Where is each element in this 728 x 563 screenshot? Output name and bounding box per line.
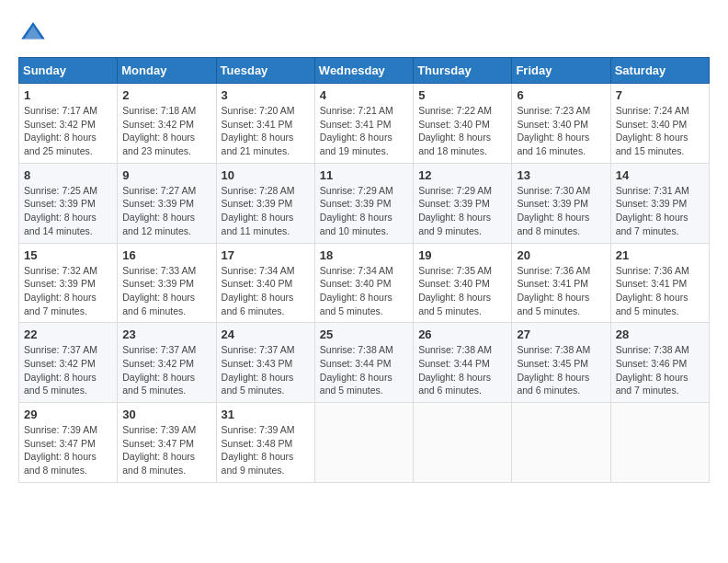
day-info: Sunrise: 7:18 AM Sunset: 3:42 PM Dayligh… [122, 104, 210, 158]
day-of-week-header: Sunday [19, 58, 118, 84]
calendar-cell: 21 Sunrise: 7:36 AM Sunset: 3:41 PM Dayl… [610, 243, 709, 323]
calendar-cell: 18 Sunrise: 7:34 AM Sunset: 3:40 PM Dayl… [314, 243, 413, 323]
calendar-cell: 23 Sunrise: 7:37 AM Sunset: 3:42 PM Dayl… [118, 323, 216, 403]
calendar-cell: 26 Sunrise: 7:38 AM Sunset: 3:44 PM Dayl… [414, 323, 512, 403]
page-header [18, 18, 710, 48]
day-number: 30 [122, 408, 210, 421]
calendar-week-row: 22 Sunrise: 7:37 AM Sunset: 3:42 PM Dayl… [19, 323, 710, 403]
calendar-cell [414, 403, 512, 483]
calendar-cell: 15 Sunrise: 7:32 AM Sunset: 3:39 PM Dayl… [19, 243, 118, 323]
day-info: Sunrise: 7:39 AM Sunset: 3:47 PM Dayligh… [122, 423, 210, 477]
day-info: Sunrise: 7:28 AM Sunset: 3:39 PM Dayligh… [222, 184, 310, 238]
day-of-week-header: Saturday [610, 58, 709, 84]
calendar-cell: 20 Sunrise: 7:36 AM Sunset: 3:41 PM Dayl… [512, 243, 610, 323]
day-number: 7 [616, 88, 704, 102]
day-info: Sunrise: 7:17 AM Sunset: 3:42 PM Dayligh… [24, 104, 112, 158]
day-number: 31 [222, 408, 310, 421]
day-number: 6 [517, 88, 605, 102]
calendar-cell: 8 Sunrise: 7:25 AM Sunset: 3:39 PM Dayli… [19, 163, 118, 243]
day-info: Sunrise: 7:29 AM Sunset: 3:39 PM Dayligh… [320, 184, 408, 238]
calendar-cell: 10 Sunrise: 7:28 AM Sunset: 3:39 PM Dayl… [216, 163, 314, 243]
calendar-cell [610, 403, 709, 483]
calendar-cell: 11 Sunrise: 7:29 AM Sunset: 3:39 PM Dayl… [314, 163, 413, 243]
day-number: 25 [320, 327, 408, 341]
calendar-cell: 25 Sunrise: 7:38 AM Sunset: 3:44 PM Dayl… [314, 323, 413, 403]
day-number: 3 [222, 88, 310, 102]
day-info: Sunrise: 7:36 AM Sunset: 3:41 PM Dayligh… [616, 264, 704, 318]
calendar-cell: 1 Sunrise: 7:17 AM Sunset: 3:42 PM Dayli… [19, 84, 118, 164]
day-info: Sunrise: 7:27 AM Sunset: 3:39 PM Dayligh… [122, 184, 210, 238]
day-info: Sunrise: 7:22 AM Sunset: 3:40 PM Dayligh… [418, 104, 506, 158]
day-number: 14 [616, 168, 704, 182]
calendar-cell: 12 Sunrise: 7:29 AM Sunset: 3:39 PM Dayl… [414, 163, 512, 243]
calendar-cell: 13 Sunrise: 7:30 AM Sunset: 3:39 PM Dayl… [512, 163, 610, 243]
day-info: Sunrise: 7:20 AM Sunset: 3:41 PM Dayligh… [222, 104, 310, 158]
day-number: 22 [24, 327, 112, 341]
calendar-cell: 22 Sunrise: 7:37 AM Sunset: 3:42 PM Dayl… [19, 323, 118, 403]
day-info: Sunrise: 7:25 AM Sunset: 3:39 PM Dayligh… [24, 184, 112, 238]
calendar-cell: 27 Sunrise: 7:38 AM Sunset: 3:45 PM Dayl… [512, 323, 610, 403]
calendar-cell: 16 Sunrise: 7:33 AM Sunset: 3:39 PM Dayl… [118, 243, 216, 323]
day-number: 24 [222, 327, 310, 341]
calendar-cell: 17 Sunrise: 7:34 AM Sunset: 3:40 PM Dayl… [216, 243, 314, 323]
logo-icon [18, 18, 48, 48]
day-of-week-header: Friday [512, 58, 610, 84]
day-info: Sunrise: 7:39 AM Sunset: 3:47 PM Dayligh… [24, 423, 112, 477]
day-info: Sunrise: 7:24 AM Sunset: 3:40 PM Dayligh… [616, 104, 704, 158]
day-of-week-header: Monday [118, 58, 216, 84]
day-number: 21 [616, 248, 704, 262]
day-number: 5 [418, 88, 506, 102]
day-of-week-header: Wednesday [314, 58, 413, 84]
day-info: Sunrise: 7:33 AM Sunset: 3:39 PM Dayligh… [122, 264, 210, 318]
calendar-cell: 31 Sunrise: 7:39 AM Sunset: 3:48 PM Dayl… [216, 403, 314, 483]
day-number: 27 [517, 327, 605, 341]
calendar-cell: 29 Sunrise: 7:39 AM Sunset: 3:47 PM Dayl… [19, 403, 118, 483]
day-info: Sunrise: 7:38 AM Sunset: 3:45 PM Dayligh… [517, 343, 605, 397]
calendar-cell: 3 Sunrise: 7:20 AM Sunset: 3:41 PM Dayli… [216, 84, 314, 164]
day-info: Sunrise: 7:35 AM Sunset: 3:40 PM Dayligh… [418, 264, 506, 318]
day-info: Sunrise: 7:36 AM Sunset: 3:41 PM Dayligh… [517, 264, 605, 318]
day-number: 17 [222, 248, 310, 262]
day-info: Sunrise: 7:23 AM Sunset: 3:40 PM Dayligh… [517, 104, 605, 158]
day-number: 16 [122, 248, 210, 262]
day-info: Sunrise: 7:37 AM Sunset: 3:43 PM Dayligh… [222, 343, 310, 397]
calendar-cell [512, 403, 610, 483]
calendar-cell: 6 Sunrise: 7:23 AM Sunset: 3:40 PM Dayli… [512, 84, 610, 164]
day-of-week-header: Tuesday [216, 58, 314, 84]
day-info: Sunrise: 7:30 AM Sunset: 3:39 PM Dayligh… [517, 184, 605, 238]
day-info: Sunrise: 7:37 AM Sunset: 3:42 PM Dayligh… [122, 343, 210, 397]
day-number: 13 [517, 168, 605, 182]
day-number: 12 [418, 168, 506, 182]
day-of-week-header: Thursday [414, 58, 512, 84]
calendar-week-row: 8 Sunrise: 7:25 AM Sunset: 3:39 PM Dayli… [19, 163, 710, 243]
day-number: 29 [24, 408, 112, 421]
calendar-week-row: 29 Sunrise: 7:39 AM Sunset: 3:47 PM Dayl… [19, 403, 710, 483]
calendar-cell: 9 Sunrise: 7:27 AM Sunset: 3:39 PM Dayli… [118, 163, 216, 243]
day-number: 19 [418, 248, 506, 262]
day-number: 9 [122, 168, 210, 182]
day-number: 20 [517, 248, 605, 262]
logo [18, 18, 51, 48]
day-info: Sunrise: 7:37 AM Sunset: 3:42 PM Dayligh… [24, 343, 112, 397]
calendar-cell: 5 Sunrise: 7:22 AM Sunset: 3:40 PM Dayli… [414, 84, 512, 164]
day-info: Sunrise: 7:39 AM Sunset: 3:48 PM Dayligh… [222, 423, 310, 477]
calendar-cell: 19 Sunrise: 7:35 AM Sunset: 3:40 PM Dayl… [414, 243, 512, 323]
day-number: 23 [122, 327, 210, 341]
day-info: Sunrise: 7:38 AM Sunset: 3:46 PM Dayligh… [616, 343, 704, 397]
day-info: Sunrise: 7:34 AM Sunset: 3:40 PM Dayligh… [320, 264, 408, 318]
day-number: 26 [418, 327, 506, 341]
day-info: Sunrise: 7:32 AM Sunset: 3:39 PM Dayligh… [24, 264, 112, 318]
day-number: 4 [320, 88, 408, 102]
day-number: 1 [24, 88, 112, 102]
day-number: 11 [320, 168, 408, 182]
calendar-week-row: 15 Sunrise: 7:32 AM Sunset: 3:39 PM Dayl… [19, 243, 710, 323]
day-info: Sunrise: 7:21 AM Sunset: 3:41 PM Dayligh… [320, 104, 408, 158]
calendar-cell: 4 Sunrise: 7:21 AM Sunset: 3:41 PM Dayli… [314, 84, 413, 164]
day-info: Sunrise: 7:34 AM Sunset: 3:40 PM Dayligh… [222, 264, 310, 318]
day-info: Sunrise: 7:38 AM Sunset: 3:44 PM Dayligh… [320, 343, 408, 397]
day-number: 28 [616, 327, 704, 341]
calendar-table: SundayMondayTuesdayWednesdayThursdayFrid… [18, 57, 710, 483]
calendar-week-row: 1 Sunrise: 7:17 AM Sunset: 3:42 PM Dayli… [19, 84, 710, 164]
calendar-cell: 14 Sunrise: 7:31 AM Sunset: 3:39 PM Dayl… [610, 163, 709, 243]
calendar-cell: 30 Sunrise: 7:39 AM Sunset: 3:47 PM Dayl… [118, 403, 216, 483]
